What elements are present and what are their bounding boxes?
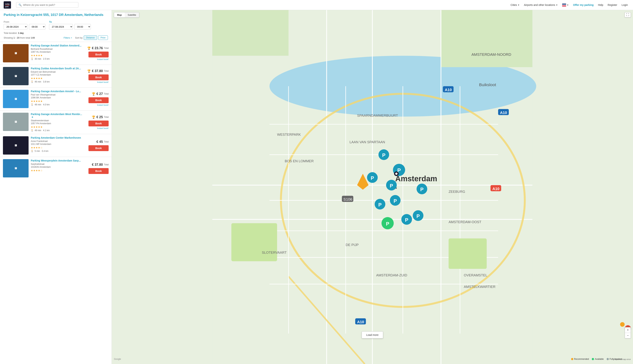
from-date-select[interactable]: 26-08-2024: [4, 24, 28, 30]
svg-text:DE PIJP: DE PIJP: [346, 243, 359, 247]
parking-price-5: € 45: [97, 140, 103, 144]
map-tabs: Map Satellite: [114, 12, 139, 18]
parking-image-placeholder: 🅿: [15, 167, 17, 170]
parking-stars-6: ★★★★☆: [31, 169, 83, 172]
svg-text:AMSTERDAM-OOST: AMSTERDAM-OOST: [449, 220, 481, 224]
card-image-1: 🅿: [3, 44, 29, 62]
right-panel: Amsterdam ● Buiksloot AMSTERDAM-NOORD ZE…: [112, 10, 633, 364]
report-map-error[interactable]: Report a map error: [614, 358, 631, 360]
nav-login[interactable]: Login: [620, 2, 629, 8]
zoom-out-button[interactable]: −: [625, 333, 630, 338]
parking-address2-3: 1096 BK Amsterdam: [31, 96, 83, 99]
logo[interactable]: moby park: [4, 1, 13, 8]
walk-icon: 🚶: [31, 150, 34, 152]
parking-card-2[interactable]: 🅿 Parking Zuidas Amsterdam South at 2A..…: [0, 64, 112, 88]
map-tab-satellite[interactable]: Satellite: [125, 12, 139, 18]
showing-label: Showing: [4, 36, 13, 39]
svg-text:ZEEBURG: ZEEBURG: [449, 190, 465, 194]
map-background: Amsterdam ● Buiksloot AMSTERDAM-NOORD ZE…: [112, 10, 633, 364]
parking-card-1[interactable]: 🅿 Parking Garage Amstel Station Amsterd.…: [0, 42, 112, 64]
price-row-4: 🏆 € 25 Total: [92, 115, 109, 119]
parking-address1-1: Bertrand Russellstraat: [31, 48, 83, 50]
parking-address2-4: 1057 PH Amsterdam: [31, 122, 83, 125]
zoom-in-button[interactable]: +: [625, 328, 630, 333]
walk-icon: 🚶: [31, 129, 34, 132]
nav-offer[interactable]: Offer my parking: [572, 2, 595, 8]
to-date-select[interactable]: 27-08-2024: [49, 24, 73, 30]
parking-price-label-1: Total: [104, 47, 109, 50]
sort-price-button[interactable]: Price: [98, 36, 108, 40]
parking-price-label-2: Total: [104, 70, 109, 72]
trophy-icon: 🏆: [87, 69, 91, 73]
showing-total: 149: [31, 36, 35, 39]
svg-text:SPAARNDAMMERBUURT: SPAARNDAMMERBUURT: [357, 114, 398, 118]
duration-value: 1 day: [18, 32, 24, 34]
nav-airports[interactable]: Airports and other locations ▼: [523, 2, 559, 8]
nav-cities[interactable]: Cities ▼: [509, 2, 521, 8]
svg-text:A10: A10: [492, 186, 499, 191]
svg-rect-0: [4, 1, 11, 8]
sort-distance-button[interactable]: Distance: [84, 36, 97, 40]
nav-register[interactable]: Register: [606, 2, 619, 8]
card-details-5: Parking Amsterdam Center Markenhoven Ann…: [29, 136, 85, 154]
parking-name-5: Parking Amsterdam Center Markenhoven: [31, 136, 83, 139]
book-button-1[interactable]: Book: [88, 52, 109, 58]
filter-bar: Showing 1 - 20 from total 149 Filters + …: [0, 36, 112, 42]
book-button-5[interactable]: Book: [88, 145, 109, 151]
map-tab-map[interactable]: Map: [114, 12, 125, 18]
fullscreen-button[interactable]: ⛶: [624, 12, 631, 18]
parking-address2-1: 1097 HL Amsterdam: [31, 51, 83, 53]
parking-price-4: € 25: [97, 115, 103, 119]
search-input[interactable]: [23, 4, 76, 6]
svg-text:Amsterdam: Amsterdam: [395, 174, 437, 183]
load-more-button[interactable]: Load more: [362, 332, 383, 338]
parking-name-6: Parking Weesperplein Amsterdam Sarp...: [31, 159, 83, 162]
svg-text:SLOTERVAART: SLOTERVAART: [262, 250, 287, 254]
parking-price-label-5: Total: [104, 140, 109, 143]
parking-price-label-6: Total: [104, 163, 109, 166]
book-button-6[interactable]: Book: [88, 168, 109, 174]
parking-card-4[interactable]: 🅿 Parking Garage Amsterdam West Rembr...…: [0, 110, 112, 134]
nav-help[interactable]: Help: [596, 2, 605, 8]
svg-text:A10: A10: [445, 88, 452, 92]
chevron-down-icon: ▼: [567, 4, 569, 6]
chevron-down-icon: ▼: [518, 4, 520, 6]
google-logo: Google: [114, 358, 121, 360]
parking-address1-2: Eduard van Beinumstraat: [31, 70, 83, 73]
available-dot: [592, 358, 594, 360]
search-icon: 🔍: [19, 4, 22, 6]
search-bar[interactable]: 🔍: [16, 2, 78, 8]
card-image-2: 🅿: [3, 67, 29, 85]
left-panel: Parking in Keizersgracht 555, 1017 DR Am…: [0, 10, 112, 364]
parking-address2-2: 1077 CZ Amsterdam: [31, 74, 83, 76]
from-time-select[interactable]: 09:00: [29, 24, 45, 30]
nav-language[interactable]: ▼: [561, 2, 570, 8]
card-actions-1: 🏆 € 23.76 Total Book Instant book!: [85, 44, 109, 62]
parking-card-3[interactable]: 🅿 Parking Garage Amsterdam Amstel - Le..…: [0, 88, 112, 110]
parking-name-3: Parking Garage Amsterdam Amstel - Le...: [31, 90, 83, 93]
svg-text:WESTERPARK: WESTERPARK: [277, 132, 301, 136]
chevron-down-icon: ▼: [556, 4, 558, 6]
svg-text:P: P: [386, 221, 389, 227]
to-label: To: [49, 20, 91, 23]
book-button-4[interactable]: Book: [88, 120, 109, 126]
parking-card-6[interactable]: 🅿 Parking Weesperplein Amsterdam Sarp...…: [0, 157, 112, 180]
book-button-2[interactable]: Book: [88, 74, 109, 80]
parking-image-placeholder: 🅿: [15, 75, 17, 77]
card-details-2: Parking Zuidas Amsterdam South at 2A... …: [29, 67, 85, 85]
parking-card-5[interactable]: 🅿 Parking Amsterdam Center Markenhoven A…: [0, 134, 112, 157]
main-nav: Cities ▼ Airports and other locations ▼ …: [509, 2, 629, 8]
walk-icon: 🚶: [31, 103, 34, 106]
legend-available: Available: [592, 358, 603, 360]
showing-from: from total: [20, 36, 30, 39]
book-button-3[interactable]: Book: [88, 97, 109, 103]
filters-button[interactable]: Filters +: [64, 36, 72, 39]
svg-text:P: P: [416, 214, 420, 219]
parking-address2-6: 1018GN Amsterdam: [31, 166, 83, 168]
parking-stars-4: ★★★★★: [31, 126, 83, 128]
card-details-3: Parking Garage Amsterdam Amstel - Le... …: [29, 90, 85, 108]
card-image-5: 🅿: [3, 136, 29, 154]
card-actions-2: 🏆 € 37.80 Total Book Instant book!: [85, 67, 109, 85]
to-time-select[interactable]: 09:00: [74, 24, 91, 30]
showing-info: Showing 1 - 20 from total 149: [4, 36, 35, 39]
